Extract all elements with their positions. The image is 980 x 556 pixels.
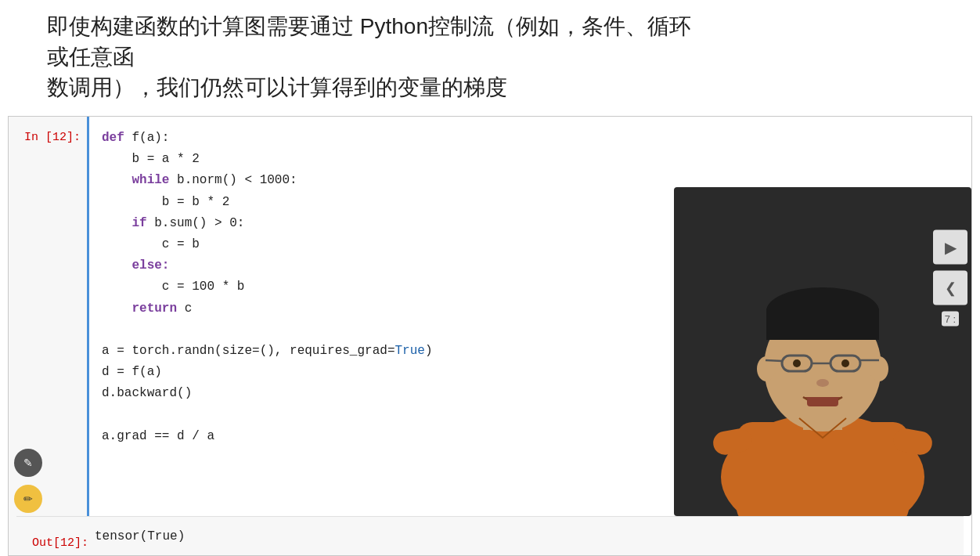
pencil-icon-btn[interactable]: ✏ (14, 485, 42, 513)
code-line-1: def f(a): (102, 128, 959, 149)
play-button[interactable]: ▶ (933, 230, 967, 265)
output-value: tensor(True) (95, 529, 185, 543)
time-display: 7 : (942, 312, 959, 327)
prev-icon: ❮ (945, 280, 957, 297)
code-cell-main: In [12]: def f(a): b = a * 2 while b.nor… (9, 117, 971, 555)
svg-rect-19 (807, 397, 838, 406)
edit-icon: ✎ (23, 457, 33, 469)
title-line2: 数调用），我们仍然可以计算得到的变量的梯度 (47, 72, 704, 103)
svg-point-17 (841, 359, 849, 367)
output-area: Out[12]: tensor(True) (16, 516, 964, 555)
prev-button[interactable]: ❮ (933, 271, 967, 305)
code-cell-wrapper: In [12]: def f(a): b = a * 2 while b.nor… (8, 116, 972, 556)
title-line1: 即使构建函数的计算图需要通过 Python控制流（例如，条件、循环或任意函 (47, 11, 704, 72)
pencil-icon: ✏ (23, 493, 33, 505)
main-title: 即使构建函数的计算图需要通过 Python控制流（例如，条件、循环或任意函 数调… (23, 0, 728, 103)
left-icons: ✎ ✏ (14, 449, 42, 513)
code-line-2: b = a * 2 (102, 149, 959, 170)
right-controls: ▶ ❮ 7 : (933, 230, 967, 327)
svg-point-18 (816, 379, 829, 387)
svg-rect-8 (766, 309, 879, 340)
header-area: 即使构建函数的计算图需要通过 Python控制流（例如，条件、循环或任意函 数调… (0, 0, 980, 102)
svg-rect-4 (737, 422, 909, 516)
output-label: Out[12]: (16, 522, 95, 550)
svg-line-14 (766, 360, 782, 361)
play-icon: ▶ (945, 238, 957, 257)
instructor-overlay (674, 187, 971, 516)
edit-icon-btn[interactable]: ✎ (14, 449, 42, 477)
svg-point-16 (793, 359, 801, 367)
instructor-figure (674, 187, 971, 516)
